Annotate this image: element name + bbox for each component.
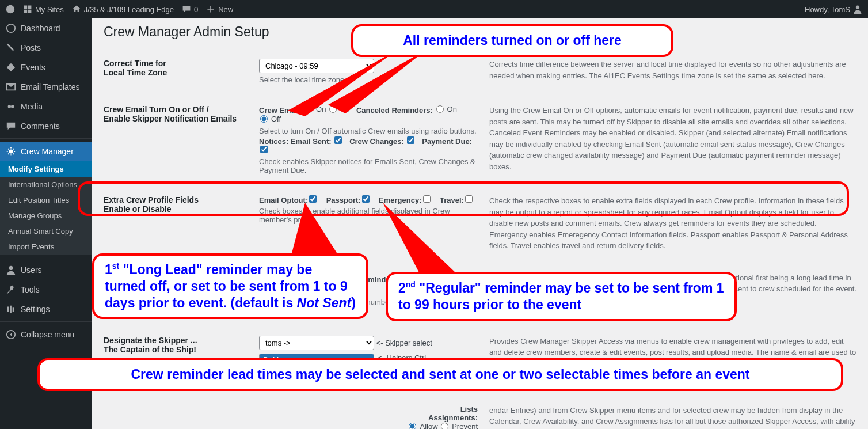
checkbox-emergency[interactable]	[423, 195, 431, 203]
svg-rect-8	[10, 306, 12, 313]
svg-point-5	[9, 149, 13, 153]
label-skipper: Designate the Skipper ... The Captain of…	[104, 336, 259, 354]
submenu-manage-groups[interactable]: Manage Groups	[0, 208, 92, 223]
menu-events[interactable]: Events	[0, 58, 92, 77]
select-timezone[interactable]: Chicago - 09:59	[259, 59, 374, 73]
hint-extra-fields: Check boxes to enable additional fields …	[259, 207, 478, 224]
submenu-annual-copy[interactable]: Annual Smart Copy	[0, 223, 92, 239]
adminbar-mysites[interactable]: My Sites	[23, 5, 64, 14]
submenu-international[interactable]: International Options	[0, 177, 92, 192]
label-timezone: Correct Time for Local Time Zone	[104, 59, 259, 77]
label-notices: Notices: Email Sent:	[259, 137, 332, 146]
menu-posts[interactable]: Posts	[0, 38, 92, 58]
menu-crew-manager[interactable]: Crew Manager	[0, 142, 92, 161]
svg-point-3	[8, 105, 11, 108]
radio-avail-prevent[interactable]	[441, 423, 448, 430]
svg-point-1	[856, 6, 859, 9]
menu-users[interactable]: Users	[0, 260, 92, 280]
label-payment-due: Payment Due:	[422, 137, 472, 146]
desc-extra-fields: Check the respective boxes to enable ext…	[489, 195, 856, 252]
checkbox-email-optout[interactable]	[309, 195, 317, 203]
adminbar-site[interactable]: J/35 & J/109 Leading Edge	[72, 5, 174, 14]
callout-right: 2nd "Regular" reminder may be set to be …	[386, 272, 737, 321]
adminbar-new[interactable]: New	[206, 5, 233, 14]
label-extra-fields: Extra Crew Profile Fields Enable or Disa…	[104, 195, 259, 214]
menu-dashboard[interactable]: Dashboard	[0, 18, 92, 38]
label-canceled-reminders: Canceled Reminders:	[356, 106, 433, 115]
content-area: Crew Manager Admin Setup Correct Time fo…	[92, 18, 868, 429]
hint-timezone: Select the local time zone	[259, 75, 478, 84]
menu-collapse[interactable]: Collapse menu	[0, 325, 92, 344]
desc-timezone: Corrects time difference between the ser…	[489, 59, 856, 81]
radio-canceled-off[interactable]	[260, 115, 268, 123]
checkbox-travel[interactable]	[465, 195, 473, 203]
svg-point-4	[11, 105, 14, 108]
menu-settings[interactable]: Settings	[0, 299, 92, 319]
radio-crew-email-on[interactable]	[305, 105, 313, 113]
label-crew-email-inline: Crew Email:	[259, 106, 302, 115]
label-skipper-arrow: <- Skipper select	[376, 339, 432, 347]
adminbar-howdy[interactable]: Howdy, TomS	[805, 5, 862, 14]
menu-tools[interactable]: Tools	[0, 280, 92, 299]
adminbar-wp-icon[interactable]	[6, 5, 15, 14]
callout-bottom: Crew reminder lead times may be selected…	[37, 358, 843, 391]
label-crew-changes: Crew Changes:	[349, 137, 404, 146]
desc-crew-email: Using the Crew Email On or Off options, …	[489, 105, 856, 172]
submenu-edit-positions[interactable]: Edit Position Titles	[0, 192, 92, 208]
submenu-crew-manager: Modify Settings International Options Ed…	[0, 161, 92, 255]
svg-point-0	[6, 5, 14, 13]
checkbox-crew-changes[interactable]	[407, 136, 414, 144]
radio-avail-allow[interactable]	[409, 423, 416, 430]
hint-skipper-notices: Check enables Skipper notices for Emails…	[259, 157, 478, 174]
hint-crew-email-radio: Select to turn On / Off automatic Crew e…	[259, 127, 478, 135]
svg-rect-7	[7, 307, 9, 312]
select-skipper[interactable]: toms ->	[259, 336, 374, 350]
submenu-import-events[interactable]: Import Events	[0, 239, 92, 255]
menu-media[interactable]: Media	[0, 97, 92, 116]
checkbox-payment-due[interactable]	[260, 146, 268, 153]
checkbox-passport[interactable]	[362, 195, 370, 203]
callout-left: 1st "Long Lead" reminder may be turned o…	[92, 253, 368, 319]
desc-hide-crew: endar Entries) and from Crew Skipper men…	[489, 405, 856, 430]
adminbar-comments[interactable]: 0	[182, 5, 198, 14]
menu-comments[interactable]: Comments	[0, 116, 92, 136]
checkbox-email-sent[interactable]	[334, 136, 342, 144]
callout-top: All reminders turned on or off here	[351, 24, 673, 57]
radio-canceled-on[interactable]	[436, 105, 444, 113]
svg-point-6	[9, 266, 13, 270]
submenu-modify-settings[interactable]: Modify Settings	[0, 161, 92, 177]
menu-email-templates[interactable]: Email Templates	[0, 77, 92, 97]
label-crew-email: Crew Email Turn On or Off / Enable Skipp…	[104, 105, 259, 123]
admin-bar: My Sites J/35 & J/109 Leading Edge 0 New…	[0, 0, 868, 18]
svg-rect-9	[13, 307, 14, 312]
radio-crew-email-off[interactable]	[329, 105, 337, 113]
